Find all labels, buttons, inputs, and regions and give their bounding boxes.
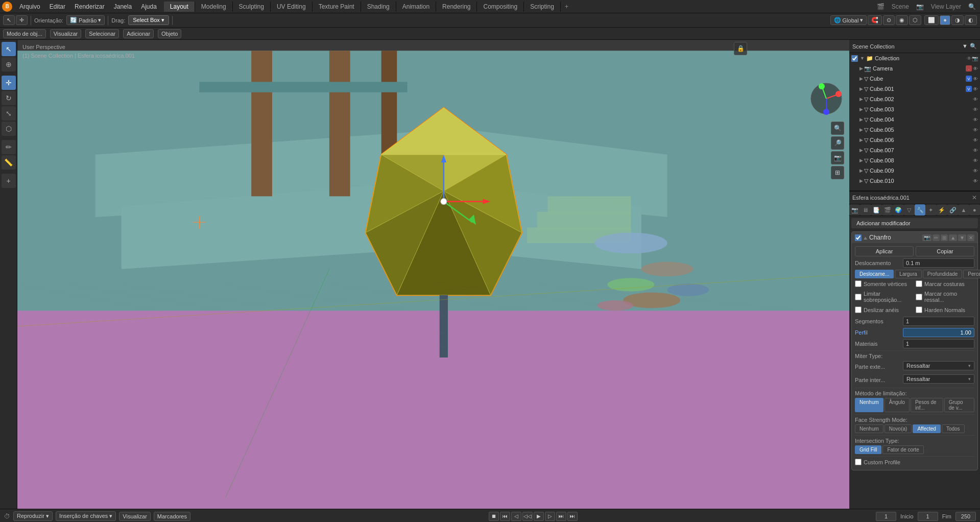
- viewport[interactable]: User Perspective (1) Scene Collection | …: [17, 40, 849, 509]
- menu-editar[interactable]: Editar: [45, 2, 69, 11]
- viewport-lock-btn[interactable]: 🔒: [734, 42, 747, 55]
- engine-icon[interactable]: 🎬: [875, 2, 887, 11]
- tool-move[interactable]: ✛: [2, 76, 16, 90]
- modifier-up-icon[interactable]: ▲: [949, 234, 957, 241]
- item-eye[interactable]: 👁: [973, 127, 978, 133]
- lookdev-btn[interactable]: ◑: [951, 15, 964, 25]
- tool-annotate[interactable]: ✏: [2, 140, 16, 154]
- apply-button[interactable]: Aplicar: [855, 246, 914, 256]
- prop-modifier-icon[interactable]: 🔧: [915, 204, 925, 216]
- deslocamento-field[interactable]: 0.1 m: [903, 258, 974, 268]
- add-modifier-button[interactable]: Adicionar modificador: [851, 218, 978, 228]
- tab-uv-editing[interactable]: UV Editing: [271, 2, 313, 12]
- tab-animation[interactable]: Animation: [396, 2, 436, 12]
- harden-check[interactable]: [916, 306, 922, 313]
- item-eye[interactable]: 👁: [973, 178, 978, 184]
- item-triangle[interactable]: ▶: [859, 137, 863, 143]
- render-btn[interactable]: ◐: [965, 15, 977, 25]
- prop-output-icon[interactable]: 🖥: [860, 204, 871, 216]
- visualizar-btn[interactable]: Visualizar: [50, 29, 82, 38]
- current-frame-input[interactable]: [876, 512, 896, 521]
- prop-world-icon[interactable]: 🌍: [893, 204, 903, 216]
- item-triangle[interactable]: ▶: [859, 127, 863, 132]
- selecionar-btn[interactable]: Selecionar: [85, 29, 119, 38]
- modifier-remove-icon[interactable]: ✕: [967, 234, 974, 241]
- prop-scene-icon[interactable]: 🎬: [882, 204, 893, 216]
- item-triangle[interactable]: ▶: [859, 97, 863, 102]
- tab-nenhum-face[interactable]: Nenhum: [855, 424, 883, 433]
- modifier-render-icon[interactable]: 📷: [922, 234, 931, 241]
- item-eye[interactable]: 👁: [973, 168, 978, 174]
- step-back-btn[interactable]: ◁: [511, 512, 521, 521]
- view-all-btn[interactable]: ⊞: [831, 166, 844, 179]
- next-frame-btn[interactable]: ⏭: [556, 512, 566, 521]
- item-eye[interactable]: 👁: [973, 107, 978, 112]
- tab-scripting[interactable]: Scripting: [524, 2, 561, 12]
- visualizar-timeline-btn[interactable]: Visualizar: [119, 512, 151, 521]
- item-eye[interactable]: 👁: [973, 66, 978, 72]
- item-triangle[interactable]: ▶: [859, 107, 863, 112]
- tab-layout[interactable]: Layout: [164, 2, 195, 12]
- tool-select[interactable]: ↖: [2, 42, 16, 56]
- outliner-item-cube006[interactable]: ▶ ▽ Cube.006 👁: [849, 135, 980, 145]
- collection-expand[interactable]: ▼: [860, 56, 865, 61]
- item-eye[interactable]: 👁: [973, 76, 978, 82]
- menu-arquivo[interactable]: Arquivo: [15, 2, 44, 11]
- outliner-item-cube[interactable]: ▶ ▽ Cube V 👁: [849, 74, 980, 84]
- prop-physics-icon[interactable]: ⚡: [937, 204, 947, 216]
- item-triangle[interactable]: ▶: [859, 178, 863, 183]
- perfil-field[interactable]: 1.00: [903, 328, 974, 337]
- adicionar-btn[interactable]: Adicionar: [123, 29, 154, 38]
- outliner-item-cube005[interactable]: ▶ ▽ Cube.005 👁: [849, 125, 980, 135]
- outliner-filter-icon[interactable]: ▼: [962, 43, 968, 50]
- tab-grid-fill[interactable]: Grid Fill: [855, 445, 881, 454]
- deslizar-check[interactable]: [855, 306, 862, 313]
- outliner-item-cube007[interactable]: ▶ ▽ Cube.007 👁: [849, 145, 980, 155]
- tab-grupo[interactable]: Grupo de v...: [944, 398, 974, 412]
- tab-deslocamento[interactable]: Deslocame...: [855, 270, 894, 278]
- tab-profundidade[interactable]: Profundidade: [923, 270, 963, 278]
- xray-btn[interactable]: ⬡: [909, 15, 921, 25]
- parte-inter-dropdown[interactable]: Ressaltar ▾: [903, 374, 974, 384]
- item-triangle[interactable]: ▶: [859, 76, 863, 81]
- prop-particles-icon[interactable]: ✦: [925, 204, 936, 216]
- overlay-btn[interactable]: ◉: [896, 15, 908, 25]
- tab-angulo[interactable]: Ângulo: [885, 398, 910, 412]
- solid-btn[interactable]: ●: [940, 15, 950, 25]
- materiais-field[interactable]: 1: [903, 339, 974, 348]
- modifier-down-icon[interactable]: ▼: [958, 234, 966, 241]
- mode-dropdown[interactable]: Modo de obj...: [3, 29, 46, 38]
- copy-button[interactable]: Copiar: [916, 246, 974, 256]
- item-triangle[interactable]: ▶: [859, 86, 863, 91]
- outliner-item-camera[interactable]: ▶ 📷 Camera . 👁: [849, 63, 980, 74]
- snap-btn[interactable]: 🧲: [868, 15, 882, 25]
- custom-profile-check[interactable]: [855, 459, 862, 465]
- tab-fator-corte[interactable]: Fator de corte: [882, 445, 923, 454]
- tab-shading[interactable]: Shading: [361, 2, 396, 12]
- item-triangle[interactable]: ▶: [859, 158, 863, 163]
- prev-frame-btn[interactable]: ⏮: [500, 512, 510, 521]
- tab-novo[interactable]: Novo(a): [885, 424, 912, 433]
- outliner-item-cube009[interactable]: ▶ ▽ Cube.009 👁: [849, 165, 980, 176]
- item-triangle[interactable]: ▶: [859, 168, 863, 173]
- tab-compositing[interactable]: Compositing: [477, 2, 524, 12]
- marcar-ressal-check[interactable]: [916, 294, 922, 300]
- modifier-enable-checkbox[interactable]: [855, 234, 862, 241]
- item-eye[interactable]: 👁: [973, 137, 978, 143]
- menu-renderizar[interactable]: Renderizar: [70, 2, 109, 11]
- prop-material-icon[interactable]: ●: [969, 204, 980, 216]
- outliner-item-cube001[interactable]: ▶ ▽ Cube.001 V 👁: [849, 84, 980, 94]
- tab-affected[interactable]: Affected: [913, 424, 941, 433]
- view-camera-btn[interactable]: 📷: [831, 151, 844, 164]
- objeto-btn[interactable]: Objeto: [158, 29, 181, 38]
- tool-measure[interactable]: 📏: [2, 155, 16, 170]
- outliner-item-cube004[interactable]: ▶ ▽ Cube.004 👁: [849, 114, 980, 125]
- select-box-dropdown[interactable]: Select Box ▾: [128, 15, 169, 25]
- insercao-dropdown[interactable]: Inserção de chaves ▾: [56, 511, 116, 521]
- item-triangle[interactable]: ▶: [859, 66, 863, 71]
- inicio-frame-input[interactable]: [918, 512, 938, 521]
- global-transform-btn[interactable]: 🌐 Global ▾: [830, 15, 867, 25]
- zoom-in-btn[interactable]: 🔍: [831, 122, 844, 135]
- modifier-edit-icon[interactable]: ✏: [933, 234, 940, 241]
- item-eye[interactable]: 👁: [973, 148, 978, 153]
